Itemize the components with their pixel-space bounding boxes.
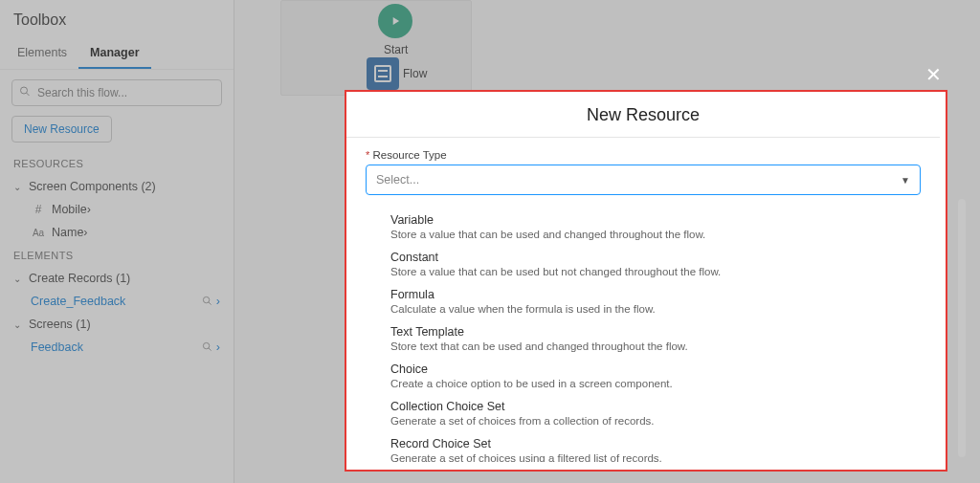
option-desc: Calculate a value when the formula is us… <box>390 303 896 315</box>
start-label: Start <box>384 43 408 56</box>
chevron-right-icon: › <box>83 226 87 239</box>
option-desc: Generate a set of choices using a filter… <box>390 452 896 462</box>
tree-label: Create Records (1) <box>29 272 130 285</box>
search-input[interactable] <box>11 79 222 106</box>
dropdown-option[interactable]: Record Choice SetGenerate a set of choic… <box>373 430 913 462</box>
svg-line-3 <box>209 301 212 304</box>
start-node[interactable] <box>378 4 412 38</box>
dropdown-option[interactable]: ChoiceCreate a choice option to be used … <box>373 356 913 393</box>
svg-line-1 <box>27 93 30 96</box>
tree-child-label: Feedback <box>31 340 83 354</box>
tree-screens[interactable]: ⌄ Screens (1) <box>0 313 234 336</box>
resource-type-dropdown: VariableStore a value that can be used a… <box>366 205 921 462</box>
svg-point-4 <box>203 342 209 348</box>
tree-child-name[interactable]: Aa Name › <box>0 221 234 244</box>
text-icon: Aa <box>31 228 46 238</box>
svg-line-5 <box>209 347 212 350</box>
option-title: Choice <box>390 362 896 376</box>
tab-manager[interactable]: Manager <box>78 38 150 69</box>
play-icon <box>389 14 402 28</box>
resource-type-label: * Resource Type <box>366 149 921 161</box>
new-resource-modal: New Resource * Resource Type Select... ▼… <box>345 90 947 472</box>
chevron-down-icon: ⌄ <box>13 182 23 192</box>
chevron-down-icon: ⌄ <box>13 319 23 330</box>
option-title: Formula <box>390 288 896 301</box>
option-desc: Store a value that can be used but not c… <box>390 266 896 277</box>
chevron-right-icon: › <box>87 203 91 216</box>
tree-label: Screens (1) <box>29 318 91 331</box>
search-icon[interactable] <box>202 341 212 354</box>
resource-type-select[interactable]: Select... ▼ <box>366 165 921 195</box>
tree-child-create-feedback[interactable]: Create_Feedback › <box>0 290 234 313</box>
toolbox-title: Toolbox <box>0 0 234 38</box>
tree-create-records[interactable]: ⌄ Create Records (1) <box>0 267 234 290</box>
toolbox-tabs: Elements Manager <box>0 38 234 70</box>
option-desc: Create a choice option to be used in a s… <box>390 378 896 389</box>
flow-label: Flow <box>403 67 427 80</box>
tree-child-label: Mobile <box>52 203 87 216</box>
option-title: Collection Choice Set <box>390 400 896 413</box>
option-desc: Store text that can be used and changed … <box>390 340 896 352</box>
dropdown-option[interactable]: FormulaCalculate a value when the formul… <box>373 281 913 318</box>
tab-elements[interactable]: Elements <box>6 38 78 69</box>
tree-screen-components[interactable]: ⌄ Screen Components (2) <box>0 175 234 198</box>
screen-element-node[interactable] <box>367 57 399 90</box>
scrollbar-thumb[interactable] <box>958 199 966 457</box>
resources-section-label: RESOURCES <box>0 152 234 175</box>
chevron-down-icon: ⌄ <box>13 274 23 284</box>
dropdown-option[interactable]: VariableStore a value that can be used a… <box>373 207 913 244</box>
option-title: Record Choice Set <box>390 437 896 450</box>
option-title: Text Template <box>390 325 896 339</box>
option-title: Constant <box>390 251 896 264</box>
svg-point-2 <box>203 296 209 302</box>
option-desc: Generate a set of choices from a collect… <box>390 415 896 427</box>
modal-title: New Resource <box>346 92 940 137</box>
select-placeholder: Select... <box>376 173 419 187</box>
screen-icon <box>374 65 391 82</box>
chevron-right-icon: › <box>216 295 220 308</box>
hash-icon: # <box>31 203 46 216</box>
tree-child-mobile[interactable]: # Mobile › <box>0 198 234 221</box>
svg-point-0 <box>21 87 28 94</box>
field-label-text: Resource Type <box>372 149 446 161</box>
search-icon[interactable] <box>202 296 212 308</box>
close-icon[interactable]: ✕ <box>925 63 942 86</box>
option-title: Variable <box>390 213 896 227</box>
tree-child-label: Create_Feedback <box>31 295 125 308</box>
new-resource-button[interactable]: New Resource <box>11 116 112 143</box>
option-desc: Store a value that can be used and chang… <box>390 229 896 240</box>
toolbox-sidebar: Toolbox Elements Manager New Resource RE… <box>0 0 234 483</box>
caret-down-icon: ▼ <box>901 175 910 186</box>
tree-child-feedback[interactable]: Feedback › <box>0 336 234 359</box>
modal-scrollbar[interactable] <box>957 94 967 464</box>
chevron-right-icon: › <box>216 340 220 354</box>
elements-section-label: ELEMENTS <box>0 244 234 267</box>
search-icon <box>19 86 31 100</box>
dropdown-option[interactable]: Text TemplateStore text that can be used… <box>373 318 913 356</box>
dropdown-option[interactable]: ConstantStore a value that can be used b… <box>373 244 913 281</box>
dropdown-option[interactable]: Collection Choice SetGenerate a set of c… <box>373 393 913 430</box>
tree-child-label: Name <box>52 226 83 239</box>
tree-label: Screen Components (2) <box>29 180 156 193</box>
